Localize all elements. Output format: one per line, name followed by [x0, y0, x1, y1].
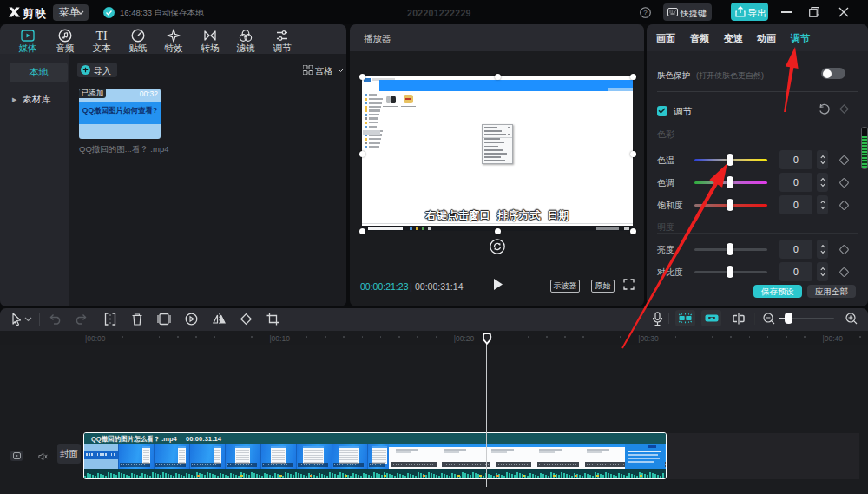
- svg-text:TI: TI: [95, 30, 108, 43]
- svg-text:?: ?: [643, 9, 648, 16]
